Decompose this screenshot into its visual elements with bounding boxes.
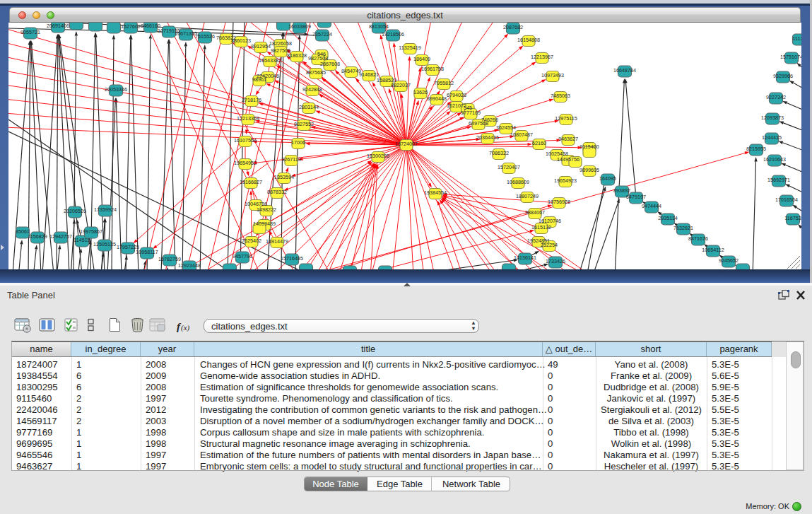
svg-text:18724007: 18724007 (395, 141, 418, 147)
svg-text:8878332: 8878332 (267, 189, 287, 195)
svg-text:7086322: 7086322 (489, 150, 509, 156)
svg-text:98961: 98961 (252, 76, 266, 83)
svg-text:1498222: 1498222 (257, 206, 276, 213)
svg-text:20053346: 20053346 (105, 86, 127, 93)
svg-text:7625402: 7625402 (242, 238, 261, 244)
svg-text:8471676: 8471676 (688, 235, 708, 242)
svg-text:14099489: 14099489 (253, 221, 276, 227)
svg-text:15720407: 15720407 (498, 164, 520, 170)
svg-text:252254: 252254 (541, 242, 558, 248)
svg-text:8827552: 8827552 (294, 121, 314, 127)
svg-text:1244415: 1244415 (762, 134, 782, 141)
svg-text:9055721: 9055721 (20, 29, 40, 35)
svg-text:13626: 13626 (413, 89, 428, 95)
svg-text:18807249: 18807249 (516, 193, 539, 199)
svg-text:19166827: 19166827 (240, 179, 262, 185)
svg-text:12942757: 12942757 (49, 233, 72, 240)
svg-text:12975115: 12975115 (555, 115, 577, 122)
svg-text:16543382: 16543382 (259, 57, 281, 64)
svg-text:16648784: 16648784 (613, 67, 636, 74)
svg-text:1527602: 1527602 (121, 23, 141, 30)
svg-text:17016504: 17016504 (775, 197, 798, 203)
svg-text:3267110: 3267110 (281, 156, 300, 163)
svg-text:17359924: 17359924 (94, 206, 117, 213)
svg-text:16120746: 16120746 (539, 218, 561, 224)
svg-text:9329966: 9329966 (773, 73, 793, 79)
svg-text:12923448: 12923448 (178, 262, 201, 269)
svg-text:7955812: 7955812 (434, 80, 454, 86)
svg-text:9245652: 9245652 (719, 257, 739, 264)
svg-text:14495756: 14495756 (557, 156, 579, 163)
svg-text:10688609: 10688609 (507, 179, 529, 185)
svg-text:8990448: 8990448 (427, 95, 447, 102)
svg-text:2718176: 2718176 (242, 97, 261, 103)
svg-text:20206526: 20206526 (64, 208, 86, 214)
svg-text:12213369: 12213369 (237, 115, 259, 122)
svg-text:19654923: 19654923 (554, 177, 577, 184)
svg-text:3624554: 3624554 (496, 124, 516, 131)
svg-text:9227342: 9227342 (766, 94, 786, 100)
svg-text:1733426: 1733426 (546, 258, 565, 264)
svg-text:(x): (x) (181, 323, 190, 332)
svg-text:16210643: 16210643 (763, 156, 786, 163)
svg-text:9115460: 9115460 (579, 144, 599, 150)
svg-text:2803144: 2803144 (299, 104, 319, 110)
svg-text:1156829: 1156829 (28, 233, 47, 240)
svg-text:10973493: 10973493 (541, 72, 564, 78)
svg-text:8860123: 8860123 (231, 37, 251, 44)
svg-text:6479197: 6479197 (626, 194, 646, 200)
svg-text:19654952: 19654952 (234, 160, 257, 166)
svg-text:7515526: 7515526 (195, 33, 215, 40)
svg-text:7357224: 7357224 (312, 31, 332, 37)
svg-text:12505135: 12505135 (93, 241, 116, 247)
svg-text:12213967: 12213967 (531, 54, 553, 60)
svg-text:16033809: 16033809 (288, 23, 311, 30)
svg-text:62160: 62160 (532, 140, 546, 146)
svg-text:893892: 893892 (613, 187, 630, 194)
svg-text:16154808: 16154808 (517, 37, 540, 43)
svg-text:9777169: 9777169 (461, 110, 481, 116)
svg-text:15751074: 15751074 (780, 54, 801, 60)
svg-text:9457791: 9457791 (233, 253, 252, 259)
svg-text:2087682: 2087682 (503, 24, 523, 30)
svg-text:8822037: 8822037 (391, 82, 411, 88)
svg-text:8875685: 8875685 (306, 69, 326, 76)
svg-text:9899695: 9899695 (579, 167, 599, 173)
svg-text:116753: 116753 (784, 215, 801, 221)
svg-text:7632621: 7632621 (673, 225, 693, 231)
svg-text:17006: 17006 (291, 139, 305, 146)
svg-text:1615132: 1615132 (531, 224, 551, 230)
svg-text:9463627: 9463627 (558, 136, 578, 142)
svg-text:10958117: 10958117 (136, 249, 158, 255)
svg-text:15716485: 15716485 (281, 255, 303, 262)
svg-text:9146821: 9146821 (359, 71, 379, 78)
svg-text:19756928: 19756928 (548, 199, 570, 205)
svg-text:9474444: 9474444 (642, 203, 661, 209)
svg-text:10807487: 10807487 (510, 132, 533, 138)
svg-text:6794028: 6794028 (447, 92, 466, 98)
svg-text:2867608: 2867608 (320, 61, 340, 67)
svg-text:2935114: 2935114 (658, 215, 677, 221)
svg-text:18226058: 18226058 (269, 40, 292, 47)
svg-text:186409: 186409 (413, 56, 430, 62)
svg-text:16107554: 16107554 (234, 137, 257, 144)
svg-text:9884067: 9884067 (525, 209, 545, 216)
svg-text:12093873: 12093873 (761, 115, 784, 121)
svg-text:18300295: 18300295 (367, 153, 389, 159)
svg-text:8454749: 8454749 (341, 68, 361, 74)
svg-text:20364436: 20364436 (476, 134, 499, 141)
svg-text:16914479: 16914479 (266, 238, 288, 245)
svg-text:19975867: 19975867 (80, 228, 102, 235)
svg-text:11123: 11123 (793, 35, 801, 42)
svg-text:8813054: 8813054 (369, 23, 389, 30)
svg-text:8215955: 8215955 (746, 146, 766, 152)
svg-text:7485063: 7485063 (551, 93, 570, 99)
svg-text:164095: 164095 (599, 175, 616, 182)
svg-text:11325419: 11325419 (399, 45, 420, 51)
svg-text:114519: 114519 (73, 237, 90, 243)
svg-text:20691406: 20691406 (47, 23, 69, 29)
svg-text:8912954: 8912954 (251, 43, 271, 49)
svg-text:16671355: 16671355 (175, 30, 197, 37)
svg-text:15692971: 15692971 (767, 177, 790, 183)
svg-text:16961758: 16961758 (421, 66, 444, 72)
